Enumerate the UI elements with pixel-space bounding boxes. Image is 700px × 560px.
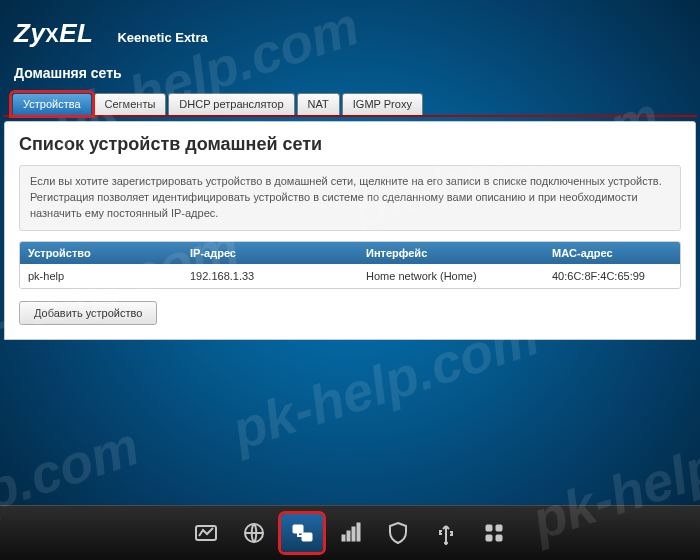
bottom-nav	[0, 505, 700, 560]
content-panel: Список устройств домашней сети Если вы х…	[4, 121, 696, 340]
info-box: Если вы хотите зарегистрировать устройст…	[19, 165, 681, 231]
tab-segments[interactable]: Сегменты	[94, 93, 167, 115]
add-device-button[interactable]: Добавить устройство	[19, 301, 157, 325]
devices-table: Устройство IP-адрес Интерфейс MAC-адрес …	[19, 241, 681, 289]
network-icon[interactable]	[281, 514, 323, 552]
col-mac: MAC-адрес	[544, 242, 680, 264]
panel-heading: Список устройств домашней сети	[19, 134, 681, 155]
model-name: Keenetic Extra	[117, 30, 207, 45]
brand-logo: ZyXEL	[14, 18, 93, 49]
svg-rect-2	[293, 525, 303, 533]
col-iface: Интерфейс	[358, 242, 544, 264]
cell-iface: Home network (Home)	[358, 264, 544, 288]
cell-ip: 192.168.1.33	[182, 264, 358, 288]
svg-rect-7	[357, 523, 360, 541]
tab-bar: Устройства Сегменты DHCP ретранслятор NA…	[0, 93, 700, 115]
svg-rect-4	[342, 535, 345, 541]
tab-igmp-proxy[interactable]: IGMP Proxy	[342, 93, 423, 115]
section-title: Домашняя сеть	[0, 55, 700, 93]
globe-icon[interactable]	[233, 514, 275, 552]
tab-devices[interactable]: Устройства	[12, 93, 92, 115]
svg-rect-11	[486, 535, 492, 541]
col-ip: IP-адрес	[182, 242, 358, 264]
shield-icon[interactable]	[377, 514, 419, 552]
svg-rect-9	[486, 525, 492, 531]
wifi-icon[interactable]	[329, 514, 371, 552]
svg-rect-5	[347, 531, 350, 541]
tab-underline	[3, 115, 697, 117]
tab-dhcp-relay[interactable]: DHCP ретранслятор	[168, 93, 294, 115]
svg-rect-12	[496, 535, 502, 541]
svg-rect-10	[496, 525, 502, 531]
svg-rect-3	[302, 533, 312, 541]
table-row[interactable]: pk-help 192.168.1.33 Home network (Home)…	[20, 264, 680, 288]
apps-icon[interactable]	[473, 514, 515, 552]
tab-nat[interactable]: NAT	[297, 93, 340, 115]
cell-device: pk-help	[20, 264, 182, 288]
col-device: Устройство	[20, 242, 182, 264]
svg-rect-6	[352, 527, 355, 541]
dashboard-icon[interactable]	[185, 514, 227, 552]
cell-mac: 40:6C:8F:4C:65:99	[544, 264, 680, 288]
usb-icon[interactable]	[425, 514, 467, 552]
table-header: Устройство IP-адрес Интерфейс MAC-адрес	[20, 242, 680, 264]
svg-point-8	[445, 542, 448, 545]
